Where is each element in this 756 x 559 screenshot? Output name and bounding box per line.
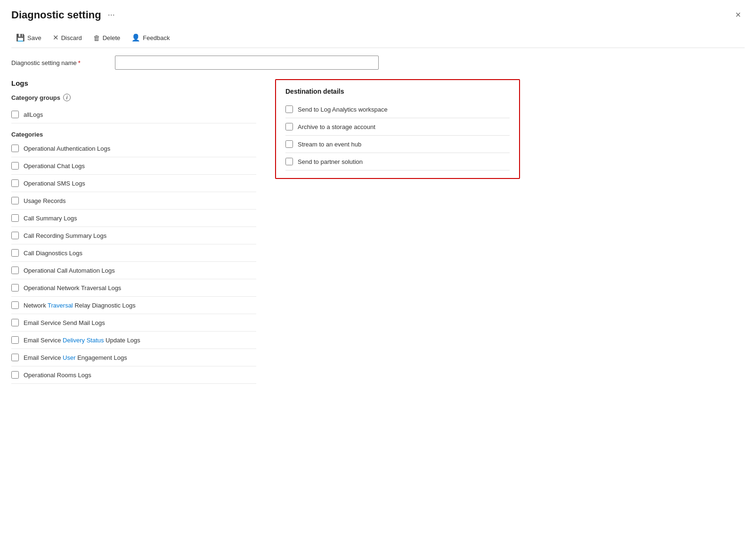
delete-label: Delete [103, 34, 121, 41]
destination-panel: Destination details Send to Log Analytic… [275, 79, 520, 384]
header-left: Diagnostic setting ··· [11, 9, 118, 21]
dest4-checkbox[interactable] [285, 158, 293, 165]
dest3-label[interactable]: Stream to an event hub [298, 141, 361, 148]
cat4-checkbox[interactable] [11, 197, 19, 204]
cat13-label: Email Service User Engagement Logs [24, 354, 127, 361]
cat10-label: Network Traversal Relay Diagnostic Logs [24, 302, 136, 309]
diagnostic-name-label: Diagnostic setting name* [11, 59, 115, 66]
category-groups-section: Category groups i allLogs [11, 94, 256, 123]
cat5-checkbox[interactable] [11, 214, 19, 222]
toolbar: 💾 Save ✕ Discard 🗑 Delete 👤 Feedback [11, 28, 745, 48]
dest2-label[interactable]: Archive to a storage account [298, 123, 375, 130]
delete-icon: 🗑 [93, 34, 100, 42]
list-item: Operational Call Automation Logs [11, 262, 256, 279]
dest4-label[interactable]: Send to partner solution [298, 158, 363, 165]
save-icon: 💾 [16, 33, 25, 42]
list-item: Operational SMS Logs [11, 175, 256, 192]
logs-panel: Logs Category groups i allLogs Categorie… [11, 79, 256, 384]
cat7-checkbox[interactable] [11, 249, 19, 257]
all-logs-checkbox[interactable] [11, 111, 19, 118]
list-item: Call Recording Summary Logs [11, 227, 256, 244]
cat9-label: Operational Network Traversal Logs [24, 284, 121, 292]
dest4-item: Send to partner solution [285, 153, 510, 170]
list-item: Operational Chat Logs [11, 157, 256, 175]
all-logs-label[interactable]: allLogs [24, 111, 43, 118]
cat14-label: Operational Rooms Logs [24, 372, 91, 379]
list-item: Operational Authentication Logs [11, 140, 256, 157]
dest3-checkbox[interactable] [285, 140, 293, 148]
feedback-button[interactable]: 👤 Feedback [127, 32, 174, 44]
dest2-item: Archive to a storage account [285, 118, 510, 136]
diagnostic-name-input[interactable] [115, 56, 379, 70]
dest1-checkbox[interactable] [285, 105, 293, 113]
cat3-checkbox[interactable] [11, 179, 19, 187]
list-item: Call Diagnostics Logs [11, 244, 256, 262]
save-label: Save [27, 34, 41, 41]
list-item: Operational Network Traversal Logs [11, 279, 256, 297]
header: Diagnostic setting ··· × [11, 8, 745, 22]
diagnostic-name-row: Diagnostic setting name* [11, 56, 745, 70]
cat8-checkbox[interactable] [11, 267, 19, 274]
destination-details-box: Destination details Send to Log Analytic… [275, 79, 520, 179]
discard-icon: ✕ [53, 33, 59, 42]
logs-section-title: Logs [11, 79, 256, 87]
cat8-label: Operational Call Automation Logs [24, 267, 115, 274]
cat14-checkbox[interactable] [11, 371, 19, 379]
destination-details-title: Destination details [285, 88, 510, 95]
list-item: Email Service Send Mail Logs [11, 314, 256, 332]
cat6-label: Call Recording Summary Logs [24, 232, 106, 239]
list-item: Call Summary Logs [11, 210, 256, 227]
dest1-label[interactable]: Send to Log Analytics workspace [298, 106, 388, 113]
list-item: Usage Records [11, 192, 256, 210]
cat3-label: Operational SMS Logs [24, 180, 85, 187]
cat11-label: Email Service Send Mail Logs [24, 319, 105, 326]
all-logs-item: allLogs [11, 106, 256, 123]
cat12-highlight: Delivery Status [63, 337, 104, 344]
cat1-checkbox[interactable] [11, 145, 19, 152]
categories-section: Categories Operational Authentication Lo… [11, 131, 256, 384]
cat6-checkbox[interactable] [11, 232, 19, 239]
ellipsis-button[interactable]: ··· [105, 9, 118, 21]
cat1-label: Operational Authentication Logs [24, 145, 110, 152]
cat13-checkbox[interactable] [11, 354, 19, 361]
delete-button[interactable]: 🗑 Delete [89, 32, 125, 44]
category-groups-info-icon[interactable]: i [63, 94, 71, 101]
cat12-checkbox[interactable] [11, 336, 19, 344]
close-button[interactable]: × [732, 8, 745, 22]
dest3-item: Stream to an event hub [285, 136, 510, 153]
category-groups-header: Category groups i [11, 94, 256, 101]
cat12-label: Email Service Delivery Status Update Log… [24, 337, 140, 344]
cat13-highlight: User [63, 354, 75, 361]
cat10-checkbox[interactable] [11, 301, 19, 309]
save-button[interactable]: 💾 Save [11, 32, 46, 44]
cat5-label: Call Summary Logs [24, 215, 77, 222]
cat10-highlight: Traversal [48, 302, 73, 309]
cat11-checkbox[interactable] [11, 319, 19, 326]
list-item: Email Service Delivery Status Update Log… [11, 332, 256, 349]
page-container: Diagnostic setting ··· × 💾 Save ✕ Discar… [0, 0, 756, 559]
feedback-label: Feedback [143, 34, 170, 41]
feedback-icon: 👤 [131, 33, 140, 42]
main-content: Logs Category groups i allLogs Categorie… [11, 79, 745, 384]
categories-label: Categories [11, 131, 256, 138]
dest2-checkbox[interactable] [285, 123, 293, 130]
cat4-label: Usage Records [24, 197, 66, 204]
page-title: Diagnostic setting [11, 9, 101, 21]
list-item: Operational Rooms Logs [11, 366, 256, 384]
dest1-item: Send to Log Analytics workspace [285, 101, 510, 118]
cat2-checkbox[interactable] [11, 162, 19, 170]
required-star: * [78, 59, 81, 66]
cat9-checkbox[interactable] [11, 284, 19, 292]
discard-label: Discard [61, 34, 82, 41]
cat7-label: Call Diagnostics Logs [24, 250, 82, 257]
list-item: Email Service User Engagement Logs [11, 349, 256, 366]
cat2-label: Operational Chat Logs [24, 162, 85, 170]
discard-button[interactable]: ✕ Discard [48, 32, 87, 44]
list-item: Network Traversal Relay Diagnostic Logs [11, 297, 256, 314]
